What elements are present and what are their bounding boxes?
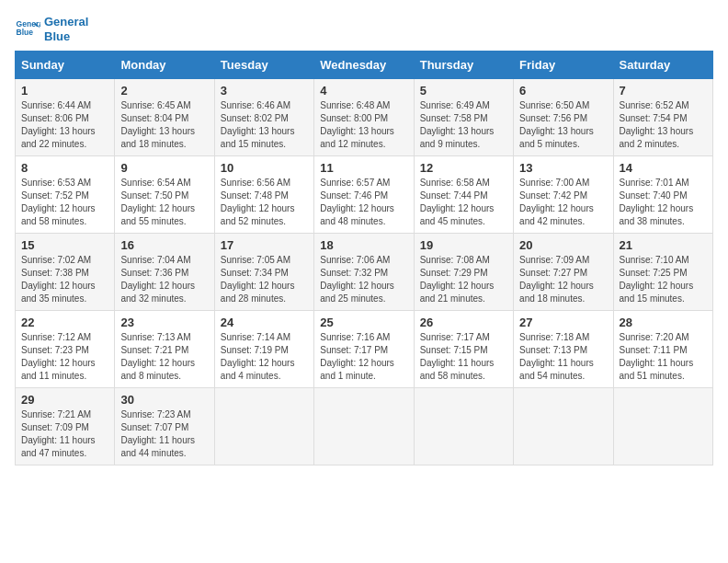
day-info: Sunrise: 7:16 AMSunset: 7:17 PMDaylight:… [320, 332, 394, 381]
svg-text:General: General [17, 18, 40, 28]
calendar-cell: 14Sunrise: 7:01 AMSunset: 7:40 PMDayligh… [613, 156, 712, 234]
day-info: Sunrise: 6:46 AMSunset: 8:02 PMDaylight:… [221, 100, 295, 149]
calendar-cell: 3Sunrise: 6:46 AMSunset: 8:02 PMDaylight… [214, 79, 313, 156]
day-number: 5 [420, 84, 507, 98]
calendar-cell: 21Sunrise: 7:10 AMSunset: 7:25 PMDayligh… [613, 234, 712, 311]
day-number: 23 [120, 316, 208, 329]
day-info: Sunrise: 6:44 AMSunset: 8:06 PMDaylight:… [21, 100, 96, 149]
day-number: 2 [120, 84, 208, 98]
day-number: 11 [320, 161, 407, 175]
calendar-cell: 20Sunrise: 7:09 AMSunset: 7:27 PMDayligh… [514, 234, 613, 311]
day-number: 1 [21, 84, 108, 98]
calendar-cell [414, 388, 513, 465]
calendar-cell: 6Sunrise: 6:50 AMSunset: 7:56 PMDaylight… [514, 79, 613, 156]
calendar-row-1: 8Sunrise: 6:53 AMSunset: 7:52 PMDaylight… [16, 156, 713, 234]
day-number: 26 [420, 316, 507, 329]
header-thursday: Thursday [414, 52, 513, 79]
day-info: Sunrise: 6:48 AMSunset: 8:00 PMDaylight:… [320, 100, 394, 149]
svg-text:Blue: Blue [17, 28, 34, 37]
day-info: Sunrise: 6:50 AMSunset: 7:56 PMDaylight:… [519, 100, 594, 149]
header-friday: Friday [514, 52, 613, 79]
day-number: 19 [420, 238, 507, 252]
day-info: Sunrise: 7:00 AMSunset: 7:42 PMDaylight:… [519, 178, 594, 226]
calendar-cell: 28Sunrise: 7:20 AMSunset: 7:11 PMDayligh… [613, 311, 712, 388]
day-number: 25 [320, 316, 407, 329]
calendar-cell [314, 388, 414, 465]
calendar-cell [214, 388, 313, 465]
calendar-cell: 26Sunrise: 7:17 AMSunset: 7:15 PMDayligh… [414, 311, 513, 388]
calendar-cell: 19Sunrise: 7:08 AMSunset: 7:29 PMDayligh… [414, 234, 513, 311]
calendar-cell: 8Sunrise: 6:53 AMSunset: 7:52 PMDaylight… [16, 156, 115, 234]
day-info: Sunrise: 7:12 AMSunset: 7:23 PMDaylight:… [21, 332, 96, 381]
calendar-cell [613, 388, 712, 465]
day-info: Sunrise: 7:21 AMSunset: 7:09 PMDaylight:… [21, 409, 96, 458]
day-number: 28 [620, 316, 707, 329]
day-number: 9 [120, 161, 208, 175]
day-info: Sunrise: 7:18 AMSunset: 7:13 PMDaylight:… [519, 332, 594, 381]
day-info: Sunrise: 7:04 AMSunset: 7:36 PMDaylight:… [120, 255, 195, 304]
header-saturday: Saturday [613, 52, 712, 79]
day-info: Sunrise: 6:56 AMSunset: 7:48 PMDaylight:… [221, 178, 295, 226]
calendar-row-2: 15Sunrise: 7:02 AMSunset: 7:38 PMDayligh… [16, 234, 713, 311]
day-info: Sunrise: 7:05 AMSunset: 7:34 PMDaylight:… [221, 255, 295, 304]
day-info: Sunrise: 7:09 AMSunset: 7:27 PMDaylight:… [519, 255, 594, 304]
day-info: Sunrise: 6:45 AMSunset: 8:04 PMDaylight:… [120, 100, 195, 149]
calendar-cell: 16Sunrise: 7:04 AMSunset: 7:36 PMDayligh… [115, 234, 214, 311]
day-info: Sunrise: 6:53 AMSunset: 7:52 PMDaylight:… [21, 178, 96, 226]
logo-general: General [44, 15, 88, 29]
day-info: Sunrise: 7:20 AMSunset: 7:11 PMDaylight:… [620, 332, 694, 381]
calendar-cell: 4Sunrise: 6:48 AMSunset: 8:00 PMDaylight… [314, 79, 414, 156]
logo-icon: General Blue [15, 17, 40, 42]
calendar-cell: 1Sunrise: 6:44 AMSunset: 8:06 PMDaylight… [16, 79, 115, 156]
day-number: 18 [320, 238, 407, 252]
calendar-cell: 30Sunrise: 7:23 AMSunset: 7:07 PMDayligh… [115, 388, 214, 465]
calendar-cell: 17Sunrise: 7:05 AMSunset: 7:34 PMDayligh… [214, 234, 313, 311]
day-info: Sunrise: 6:54 AMSunset: 7:50 PMDaylight:… [120, 178, 195, 226]
day-number: 10 [221, 161, 308, 175]
day-number: 13 [519, 161, 607, 175]
calendar-table: SundayMondayTuesdayWednesdayThursdayFrid… [15, 51, 713, 465]
logo-blue: Blue [44, 29, 88, 44]
day-number: 16 [120, 238, 208, 252]
calendar-cell: 7Sunrise: 6:52 AMSunset: 7:54 PMDaylight… [613, 79, 712, 156]
day-info: Sunrise: 6:49 AMSunset: 7:58 PMDaylight:… [420, 100, 495, 149]
day-number: 27 [519, 316, 607, 329]
day-number: 17 [221, 238, 308, 252]
calendar-cell: 23Sunrise: 7:13 AMSunset: 7:21 PMDayligh… [115, 311, 214, 388]
calendar-row-3: 22Sunrise: 7:12 AMSunset: 7:23 PMDayligh… [16, 311, 713, 388]
calendar-row-4: 29Sunrise: 7:21 AMSunset: 7:09 PMDayligh… [16, 388, 713, 465]
day-info: Sunrise: 6:58 AMSunset: 7:44 PMDaylight:… [420, 178, 495, 226]
day-number: 12 [420, 161, 507, 175]
day-number: 3 [221, 84, 308, 98]
day-number: 22 [21, 316, 108, 329]
calendar-cell: 22Sunrise: 7:12 AMSunset: 7:23 PMDayligh… [16, 311, 115, 388]
day-info: Sunrise: 6:57 AMSunset: 7:46 PMDaylight:… [320, 178, 394, 226]
day-info: Sunrise: 7:13 AMSunset: 7:21 PMDaylight:… [120, 332, 195, 381]
header-row: SundayMondayTuesdayWednesdayThursdayFrid… [16, 52, 713, 79]
calendar-row-0: 1Sunrise: 6:44 AMSunset: 8:06 PMDaylight… [16, 79, 713, 156]
calendar-cell: 9Sunrise: 6:54 AMSunset: 7:50 PMDaylight… [115, 156, 214, 234]
day-number: 14 [620, 161, 707, 175]
day-number: 4 [320, 84, 407, 98]
calendar-cell: 24Sunrise: 7:14 AMSunset: 7:19 PMDayligh… [214, 311, 313, 388]
day-info: Sunrise: 7:06 AMSunset: 7:32 PMDaylight:… [320, 255, 394, 304]
day-info: Sunrise: 7:01 AMSunset: 7:40 PMDaylight:… [620, 178, 694, 226]
header-wednesday: Wednesday [314, 52, 414, 79]
calendar-cell: 27Sunrise: 7:18 AMSunset: 7:13 PMDayligh… [514, 311, 613, 388]
calendar-cell: 18Sunrise: 7:06 AMSunset: 7:32 PMDayligh… [314, 234, 414, 311]
day-number: 24 [221, 316, 308, 329]
calendar-cell: 29Sunrise: 7:21 AMSunset: 7:09 PMDayligh… [16, 388, 115, 465]
day-number: 30 [120, 393, 208, 407]
calendar-cell [514, 388, 613, 465]
header-monday: Monday [115, 52, 214, 79]
day-info: Sunrise: 6:52 AMSunset: 7:54 PMDaylight:… [620, 100, 694, 149]
calendar-cell: 25Sunrise: 7:16 AMSunset: 7:17 PMDayligh… [314, 311, 414, 388]
calendar-cell: 13Sunrise: 7:00 AMSunset: 7:42 PMDayligh… [514, 156, 613, 234]
logo: General Blue General Blue [15, 15, 88, 43]
day-number: 29 [21, 393, 108, 407]
day-info: Sunrise: 7:17 AMSunset: 7:15 PMDaylight:… [420, 332, 495, 381]
day-number: 20 [519, 238, 607, 252]
calendar-body: 1Sunrise: 6:44 AMSunset: 8:06 PMDaylight… [16, 79, 713, 465]
header-sunday: Sunday [16, 52, 115, 79]
calendar-cell: 5Sunrise: 6:49 AMSunset: 7:58 PMDaylight… [414, 79, 513, 156]
